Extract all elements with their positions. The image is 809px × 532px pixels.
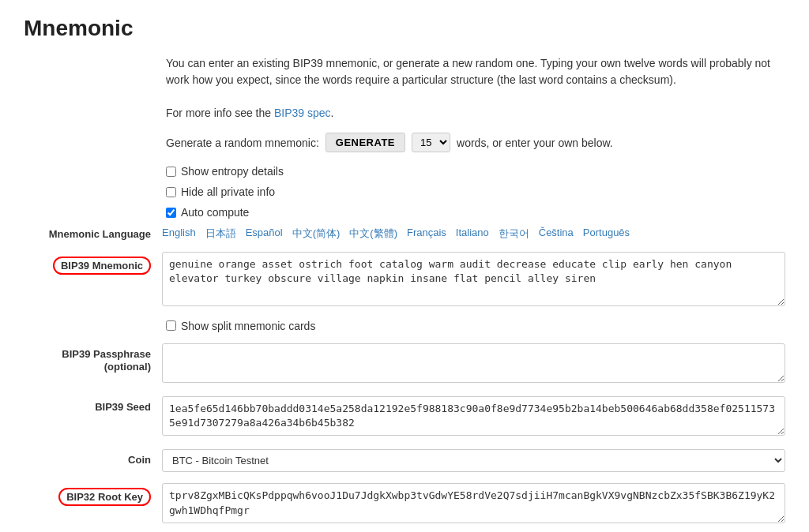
seed-textarea[interactable]: 1ea5fe65d146bb70baddd0314e5a258da12192e5… <box>162 396 785 436</box>
language-link[interactable]: Español <box>246 227 283 241</box>
language-row: Mnemonic Language English日本語Español中文(简体… <box>24 227 785 241</box>
hide-private-checkbox[interactable] <box>166 187 176 197</box>
generate-button[interactable]: GENERATE <box>325 133 405 152</box>
bip39-mnemonic-row: BIP39 Mnemonic genuine orange asset ostr… <box>24 252 785 309</box>
seed-content: 1ea5fe65d146bb70baddd0314e5a258da12192e5… <box>162 396 785 438</box>
words-after-label: words, or enter your own below. <box>457 137 613 149</box>
language-link[interactable]: Čeština <box>539 227 574 241</box>
entropy-label[interactable]: Show entropy details <box>181 165 284 178</box>
auto-compute-checkbox-row: Auto compute <box>166 206 785 219</box>
bip39-mnemonic-textarea[interactable]: genuine orange asset ostrich foot catalo… <box>162 252 785 306</box>
language-label: Mnemonic Language <box>24 228 162 240</box>
hide-private-checkbox-row: Hide all private info <box>166 185 785 198</box>
language-link[interactable]: 한국어 <box>499 227 529 241</box>
seed-row: BIP39 Seed 1ea5fe65d146bb70baddd0314e5a2… <box>24 396 785 438</box>
passphrase-content <box>162 343 785 385</box>
generate-label: Generate a random mnemonic: <box>166 137 319 149</box>
language-link[interactable]: 中文(繁體) <box>349 227 397 241</box>
language-link[interactable]: Português <box>583 227 630 241</box>
language-link[interactable]: Italiano <box>456 227 489 241</box>
description-text2: For more info see the BIP39 spec. <box>166 105 785 122</box>
seed-label: BIP39 Seed <box>24 396 162 413</box>
language-links: English日本語Español中文(简体)中文(繁體)FrançaisIta… <box>162 227 630 241</box>
bip39-mnemonic-content: genuine orange asset ostrich foot catalo… <box>162 252 785 309</box>
root-key-row: BIP32 Root Key tprv8ZgxMBicQKsPdppqwh6vo… <box>24 483 785 525</box>
show-split-checkbox[interactable] <box>166 320 176 331</box>
coin-content: BTC - Bitcoin TestnetBTC - BitcoinETH - … <box>162 449 785 472</box>
coin-select[interactable]: BTC - Bitcoin TestnetBTC - BitcoinETH - … <box>162 449 785 472</box>
hide-private-label[interactable]: Hide all private info <box>181 185 275 198</box>
auto-compute-label[interactable]: Auto compute <box>181 206 249 219</box>
root-key-content: tprv8ZgxMBicQKsPdppqwh6vooJ1Du7JdgkXwbp3… <box>162 483 785 525</box>
generate-row: Generate a random mnemonic: GENERATE 369… <box>166 133 785 152</box>
language-link[interactable]: English <box>162 227 196 241</box>
show-split-label[interactable]: Show split mnemonic cards <box>181 320 315 332</box>
passphrase-label: BIP39 Passphrase (optional) <box>24 343 162 375</box>
page-title: Mnemonic <box>24 16 785 41</box>
root-key-textarea[interactable]: tprv8ZgxMBicQKsPdppqwh6vooJ1Du7JdgkXwbp3… <box>162 483 785 523</box>
passphrase-textarea[interactable] <box>162 343 785 383</box>
language-link[interactable]: 中文(简体) <box>292 227 341 241</box>
entropy-checkbox[interactable] <box>166 167 176 177</box>
language-link[interactable]: Français <box>407 227 446 241</box>
entropy-checkbox-row: Show entropy details <box>166 165 785 178</box>
root-key-label: BIP32 Root Key <box>24 483 162 506</box>
description-block: You can enter an existing BIP39 mnemonic… <box>166 55 785 122</box>
coin-label: Coin <box>24 449 162 466</box>
passphrase-row: BIP39 Passphrase (optional) <box>24 343 785 385</box>
auto-compute-checkbox[interactable] <box>166 208 176 218</box>
bip39-mnemonic-label: BIP39 Mnemonic <box>24 252 162 275</box>
bip39-spec-link[interactable]: BIP39 spec <box>274 107 331 119</box>
language-link[interactable]: 日本語 <box>205 227 236 241</box>
words-count-select[interactable]: 3691215182124 <box>412 133 450 152</box>
description-text1: You can enter an existing BIP39 mnemonic… <box>166 55 785 88</box>
coin-row: Coin BTC - Bitcoin TestnetBTC - BitcoinE… <box>24 449 785 472</box>
show-split-row: Show split mnemonic cards <box>166 320 785 332</box>
